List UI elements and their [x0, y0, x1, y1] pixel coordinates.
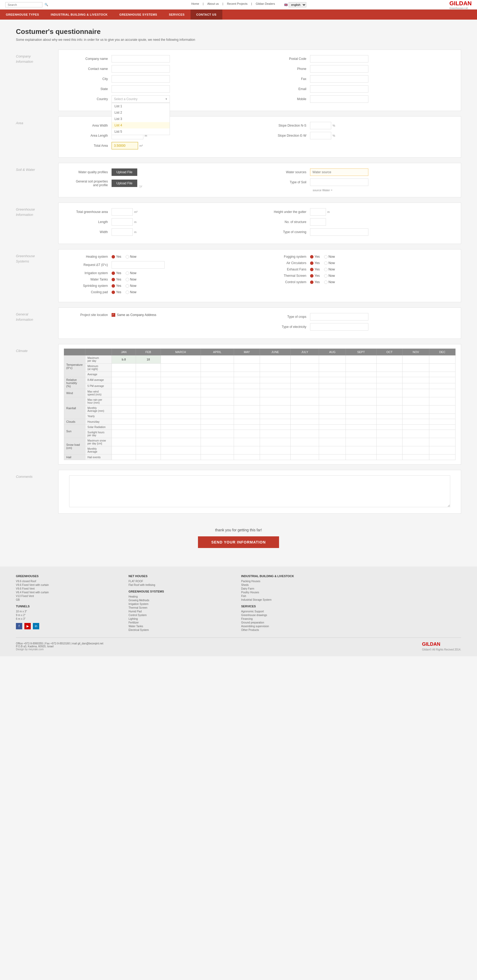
temp-max-feb: 18	[136, 355, 161, 364]
thermal-screen-options: Yes Now	[310, 274, 335, 278]
gh-info-box: Total greenhouse area m² Length m Width …	[58, 203, 461, 244]
air-circ-no[interactable]: Now	[324, 261, 335, 265]
type-covering-label: Type of covering	[268, 230, 310, 234]
fogging-label: Fogging system	[268, 255, 310, 259]
thermal-screen-yes[interactable]: Yes	[310, 274, 320, 278]
comments-textarea[interactable]	[69, 476, 450, 507]
type-crops-label: Type of crops	[268, 315, 310, 319]
sprinkling-no[interactable]: Now	[126, 284, 136, 288]
country-select-display[interactable]: Select a Country ▼	[112, 95, 170, 103]
page-content: Costumer's questionnaire Some explainati…	[0, 20, 477, 566]
water-source-input[interactable]	[310, 169, 369, 176]
footer-sys-4: Thermal Screen	[129, 606, 236, 609]
control-system-no[interactable]: Now	[324, 280, 335, 284]
area-length-label: Area Length	[69, 134, 112, 137]
mobile-input[interactable]	[310, 95, 369, 103]
phone-input[interactable]	[310, 65, 369, 73]
nav-recent-projects[interactable]: Recent Projects	[227, 2, 247, 7]
search-input[interactable]	[5, 2, 42, 7]
nav-home[interactable]: Home	[191, 2, 199, 7]
footer-gh-systems-title: GREENHOUSE SYSTEMS	[129, 590, 236, 593]
footer-greenhouses-col: GREENHOUSES V9.6 closed Roof V9.6 Fixed …	[16, 574, 123, 632]
country-option-4[interactable]: List 4	[112, 122, 170, 129]
footer-logo: GILDAN	[422, 641, 461, 647]
gh-width-input[interactable]	[112, 228, 133, 236]
heating-yes-option[interactable]: Yes	[112, 255, 121, 259]
exhaust-fans-no[interactable]: Now	[324, 267, 335, 271]
control-system-yes-dot	[310, 280, 313, 284]
company-name-input[interactable]	[112, 55, 170, 62]
irrigation-yes[interactable]: Yes	[112, 271, 121, 275]
fogging-no[interactable]: Now	[324, 255, 335, 259]
temp-category: Temperature(0°c)	[64, 355, 85, 377]
nav-contact-us[interactable]: CONTACT US	[191, 10, 222, 20]
cooling-pad-yes[interactable]: Yes	[112, 290, 121, 294]
country-option-2[interactable]: List 2	[112, 110, 170, 116]
total-area-input[interactable]	[112, 142, 138, 150]
company-name-label: Company name	[69, 57, 112, 60]
country-select-wrapper: Select a Country ▼ List 1 List 2 List 3 …	[112, 95, 170, 103]
climate-th-may: MAY	[234, 349, 260, 355]
same-as-company-checkbox[interactable]: Same as Company Address	[112, 313, 156, 317]
country-option-1[interactable]: List 1	[112, 103, 170, 110]
type-covering-input[interactable]	[310, 228, 369, 236]
fogging-yes[interactable]: Yes	[310, 255, 320, 259]
contact-name-label: Contact name	[69, 67, 112, 71]
submit-button[interactable]: SEND YOUR INFORMATION	[198, 536, 279, 548]
cooling-pad-no[interactable]: Now	[126, 290, 136, 294]
height-gutter-input[interactable]	[310, 208, 326, 216]
thermal-screen-no[interactable]: Now	[324, 274, 335, 278]
temp-max-oct	[376, 355, 402, 364]
type-soil-input[interactable]	[310, 178, 369, 186]
general-info-section: GeneralInformation Project site location…	[16, 307, 461, 339]
gh-length-input[interactable]	[112, 218, 133, 226]
nav-services[interactable]: SERVICES	[163, 10, 190, 20]
slope-ns-input[interactable]	[310, 122, 331, 129]
table-row: Temperature(0°c) Maximumper day b.8 18	[64, 355, 456, 364]
type-electricity-input[interactable]	[310, 323, 369, 331]
request-at-input[interactable]	[112, 261, 164, 269]
footer-svc-5: Assembling supervision	[241, 625, 348, 628]
humidity-8am-sub: 8 AM average	[85, 377, 112, 383]
email-input[interactable]	[310, 85, 369, 93]
air-circ-yes[interactable]: Yes	[310, 261, 320, 265]
nav-greenhouse-types[interactable]: GREENHOUSE TYPES	[0, 10, 45, 20]
heating-no-option[interactable]: Now	[126, 255, 136, 259]
fax-input[interactable]	[310, 75, 369, 83]
contact-name-input[interactable]	[112, 65, 170, 73]
water-tanks-yes[interactable]: Yes	[112, 278, 121, 281]
slope-ew-input[interactable]	[310, 132, 331, 139]
temp-min-sub: Minimum(at night)	[85, 364, 112, 372]
type-crops-input[interactable]	[310, 313, 369, 320]
facebook-icon[interactable]: f	[16, 623, 22, 629]
irrigation-row: Irrigation system Yes Now	[69, 271, 252, 275]
sprinkling-yes[interactable]: Yes	[112, 284, 121, 288]
gh-info-section: GreenhouseInformation Total greenhouse a…	[16, 203, 461, 245]
nav-about[interactable]: About us	[207, 2, 219, 7]
footer-tunnel-1: 10 m x 3"	[16, 610, 123, 613]
general-info-label: GeneralInformation	[16, 307, 58, 339]
no-structure-input[interactable]	[310, 218, 326, 226]
upload-water-quality-btn[interactable]: Upload File	[112, 169, 137, 176]
exhaust-fans-yes[interactable]: Yes	[310, 267, 320, 271]
country-option-3[interactable]: List 3	[112, 116, 170, 122]
nav-gildan-dealers[interactable]: Gildan Dealers	[256, 2, 275, 7]
irrigation-no[interactable]: Now	[126, 271, 136, 275]
footer-address: P.O.B a3, Kadima, 60920, Israel	[16, 645, 103, 648]
total-gh-area-input[interactable]	[112, 208, 133, 216]
lang-select[interactable]: english	[289, 2, 306, 7]
water-tanks-no[interactable]: Now	[126, 278, 136, 281]
postal-input[interactable]	[310, 55, 369, 62]
state-input[interactable]	[112, 85, 170, 93]
footer-contact: Office +972-9-8990355 | Fax +972-9-89101…	[16, 642, 103, 645]
linkedin-icon[interactable]: in	[33, 623, 39, 629]
nav-gh-systems[interactable]: GREENHOUSE SYSTEMS	[113, 10, 163, 20]
table-row: Yearly	[64, 414, 456, 419]
control-system-yes[interactable]: Yes	[310, 280, 320, 284]
nav-industrial[interactable]: INDUSTRIAL BUILDING & LIVESTOCK	[45, 10, 113, 20]
country-option-5[interactable]: List 5	[112, 129, 170, 135]
youtube-icon[interactable]: ▶	[24, 623, 31, 629]
upload-soil-btn[interactable]: Upload File	[112, 180, 137, 187]
city-input[interactable]	[112, 75, 170, 83]
sprinkling-yes-dot	[112, 284, 115, 288]
